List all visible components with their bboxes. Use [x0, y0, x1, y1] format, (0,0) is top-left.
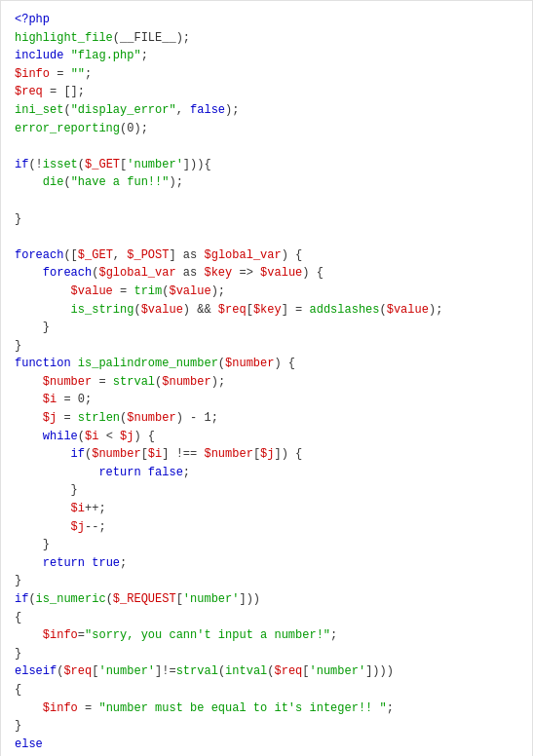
code-block: <?php highlight_file(__FILE__); include … — [15, 11, 518, 756]
code-container: <?php highlight_file(__FILE__); include … — [0, 0, 533, 756]
